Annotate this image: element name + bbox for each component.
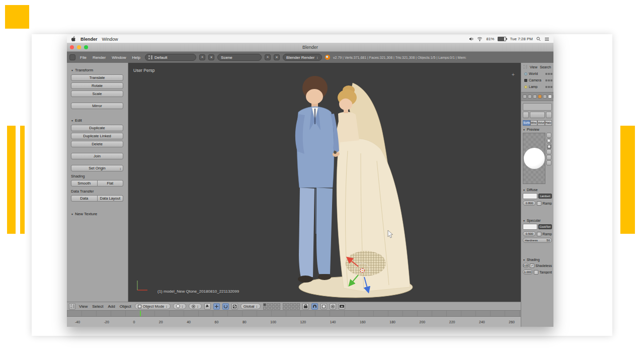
duplicate-button[interactable]: Duplicate [71,125,123,131]
menubar-window-menu[interactable]: Window [102,37,118,42]
preview-world-icon[interactable] [546,160,551,165]
apple-menu-icon[interactable] [71,36,76,42]
mirror-button[interactable]: Mirror [71,103,123,109]
timeline-scrub-band[interactable] [67,311,521,317]
emit-slider[interactable]: 0.00 [523,263,529,268]
scale-button[interactable]: Scale [71,90,123,97]
tab-texture-icon[interactable] [553,95,553,99]
diffuse-shader-dropdown[interactable]: Lambert [538,194,552,199]
wire-type-button[interactable]: Wire [530,120,538,126]
panel-preview[interactable]: Preview [523,128,552,131]
delete-layout-button[interactable] [208,54,214,60]
material-slot-list[interactable] [523,103,552,111]
select-menu[interactable]: Select [91,304,104,309]
scene-dropdown[interactable]: Scene [217,54,262,61]
tab-world-icon[interactable] [533,95,537,99]
ambient-slider[interactable]: 1.000 [523,269,533,275]
menu-window[interactable]: Window [110,55,127,60]
add-menu[interactable]: Add [107,304,116,309]
restrict-icons[interactable] [545,86,552,88]
snap-element-icon[interactable] [320,303,327,310]
restrict-icons[interactable] [545,79,552,81]
delete-button[interactable]: Delete [71,141,123,147]
data-layout-button[interactable]: Data Layout [98,195,124,202]
specular-intensity-slider[interactable]: 0.500 [523,231,536,236]
pivot-dropdown[interactable] [189,303,202,309]
object-menu[interactable]: Object [119,304,132,309]
specular-shader-dropdown[interactable]: CookTorr [538,224,552,229]
lock-icon[interactable] [302,303,309,310]
volume-type-button[interactable]: Volume [537,120,545,126]
mesh-net-patch[interactable] [346,251,386,276]
layers-grid-2[interactable] [283,303,300,310]
rotate-button[interactable]: Rotate [71,82,123,89]
panel-edit[interactable]: Edit [71,118,124,123]
viewport-canvas[interactable]: User Persp (1) model_New Qtone_20180810_… [128,63,521,302]
tab-render-icon[interactable] [523,95,527,99]
duplicate-linked-button[interactable]: Duplicate Linked [71,133,123,139]
screen-layout-dropdown[interactable]: Default [145,54,196,61]
tangent-checkbox[interactable] [534,270,538,275]
outliner-view-menu[interactable]: View [530,65,537,69]
diffuse-ramp-checkbox[interactable] [537,201,541,206]
diffuse-color-swatch[interactable] [523,193,537,199]
tab-object-icon[interactable] [538,95,542,99]
join-button[interactable]: Join [71,153,123,159]
render-engine-dropdown[interactable]: Blender Render [283,54,322,61]
menu-file[interactable]: File [78,55,88,60]
material-name-field[interactable] [530,112,545,118]
diffuse-intensity-slider[interactable]: 0.800 [523,201,536,206]
add-scene-button[interactable] [265,54,271,60]
outliner-search-menu[interactable]: Search [540,65,551,69]
translate-button[interactable]: Translate [71,74,123,81]
timeline-playhead[interactable] [140,311,141,316]
editor-type-icon[interactable] [69,303,75,310]
outliner-item-lamp[interactable]: Lamp [521,83,553,90]
outliner-item-camera[interactable]: Camera [521,77,553,83]
delete-scene-button[interactable] [274,54,280,60]
editor-type-icon[interactable] [69,54,75,60]
viewport-3d[interactable]: User Persp (1) model_New Qtone_20180810_… [128,63,521,302]
wifi-icon[interactable] [477,37,482,41]
preview-cube-icon[interactable] [546,144,551,149]
add-layout-button[interactable] [199,54,205,60]
tab-modifiers-icon[interactable] [543,95,547,99]
manipulator-pointer-icon[interactable] [204,303,211,310]
smooth-button[interactable]: Smooth [71,180,98,187]
spotlight-icon[interactable] [536,37,541,41]
menu-render[interactable]: Render [91,55,107,60]
preview-sphere-icon[interactable] [546,138,551,143]
preview-hair-icon[interactable] [546,155,551,160]
halo-type-button[interactable]: Halo [545,120,552,126]
panel-transform[interactable]: Transform [71,68,124,72]
specular-color-swatch[interactable] [523,224,537,230]
shadeless-checkbox[interactable] [530,263,534,268]
view-menu[interactable]: View [78,304,89,309]
menubar-app-name[interactable]: Blender [80,37,98,42]
rotate-manipulator-toggle[interactable] [222,303,229,310]
set-origin-dropdown[interactable]: Set Origin [71,165,123,171]
mode-dropdown[interactable]: Object Mode [135,303,171,309]
menubar-clock[interactable]: Tue 7:28 PM [510,37,533,41]
data-button[interactable]: Data [71,195,98,202]
material-browse-icon[interactable] [523,112,529,118]
snap-magnet-icon[interactable] [311,303,318,310]
layers-grid-1[interactable] [263,303,280,310]
groom-figure[interactable] [295,76,339,283]
flat-button[interactable]: Flat [98,180,124,187]
restrict-icons[interactable] [545,73,552,75]
hardness-slider[interactable]: Hardness 50 [523,238,552,243]
editor-type-icon[interactable] [523,65,527,69]
notification-center-icon[interactable] [544,37,549,41]
proportional-edit-icon[interactable] [330,303,336,310]
translate-manipulator-toggle[interactable] [213,303,220,310]
panel-new-texture[interactable]: New Texture [71,212,124,216]
material-add-icon[interactable] [546,112,552,118]
render-camera-icon[interactable] [339,303,345,310]
specular-ramp-checkbox[interactable] [537,232,541,236]
menu-help[interactable]: Help [131,55,142,60]
panel-shading[interactable]: Shading [523,258,552,261]
panel-specular[interactable]: Specular [523,219,552,222]
tab-material-icon[interactable] [548,95,552,99]
preview-flat-icon[interactable] [546,133,551,138]
